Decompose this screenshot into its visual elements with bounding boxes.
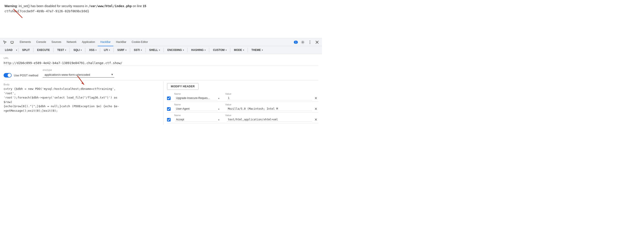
header-0-checkbox[interactable] [167,96,170,100]
header-2-value-input[interactable] [227,117,312,122]
hashing-caret: ▾ [204,49,206,51]
svg-marker-11 [82,82,84,85]
devtools-panel: Elements Console Sources Network Applica… [0,38,322,127]
header-row-0: Upgrade-Insecure-Reques... ✕ [167,96,318,102]
toolbar-shell-button[interactable]: SHELL ▾ [147,48,162,52]
header-row-1: User-Agent ✕ [167,107,318,113]
body-textarea[interactable]: c=try {$dbh = new PDO('mysql:host=localh… [4,87,159,113]
modify-header-button[interactable]: MODIFY HEADER [167,83,198,90]
hackbar-toolbar: LOAD ▾ SPLIT EXECUTE TEST ▾ SQLI ▾ XSS ▾… [0,46,322,54]
tab-sources[interactable]: Sources [49,38,64,46]
post-method-toggle[interactable] [4,73,12,77]
custom-caret: ▾ [226,49,226,51]
url-label: URL [4,57,318,59]
header-1-value-input[interactable] [227,107,312,111]
divider-5 [85,48,86,52]
header-2-checkbox[interactable] [167,118,170,122]
svg-rect-2 [11,41,14,43]
toolbar-split-button[interactable]: SPLIT [20,48,32,52]
post-toggle-container: Use POST method [4,73,38,77]
sqli-caret: ▾ [81,49,82,51]
header-0-name-select[interactable]: Upgrade-Insecure-Reques... [175,96,218,100]
warning-message: : ini_set() has been disabled for securi… [17,4,88,8]
header-1-checkbox[interactable] [167,107,170,111]
header-0-delete-button[interactable]: ✕ [313,96,318,100]
tab-application[interactable]: Application [79,38,98,46]
divider-10 [164,48,164,52]
header-2-delete-button[interactable]: ✕ [313,117,318,122]
svg-rect-3 [12,43,13,43]
svg-point-4 [302,41,304,43]
xss-caret: ▾ [96,49,96,51]
toolbar-lfi-button[interactable]: LFI ▾ [102,48,112,52]
page-content: Warning: ini_set() has been disabled for… [0,0,322,38]
header-1-name-wrapper: User-Agent [175,107,220,111]
toolbar-execute-button[interactable]: EXECUTE [35,48,52,52]
divider-14 [248,48,248,52]
header-row-2: Accept ✕ [167,117,318,123]
flag-text: ctfshow{7cecbe9f-4b9b-47a7-9126-02bf069b… [4,9,318,13]
devtools-close-icon[interactable] [314,39,320,45]
encoding-caret: ▾ [183,49,184,51]
header-name-col-label-3: Name [174,114,219,117]
hackbar-content: URL Use POST method enctype application/… [0,54,322,127]
toolbar-encoding-button[interactable]: ENCODING ▾ [165,48,186,52]
svg-point-7 [310,43,310,44]
divider-7 [113,48,114,52]
header-2-name-select[interactable]: Accept [175,117,218,122]
tab-cookie-editor[interactable]: Cookie-Editor [129,38,151,46]
divider-6 [100,48,100,52]
toolbar-theme-button[interactable]: THEME ▾ [249,48,265,52]
arrow-annotation [11,7,24,20]
tab-hackbar-active[interactable]: HackBar [98,38,113,46]
toolbar-hashing-button[interactable]: HASHING ▾ [189,48,208,52]
header-2-name-wrapper: Accept [175,117,220,122]
devtools-inspect-icon[interactable] [2,39,8,45]
tab-console[interactable]: Console [34,38,49,46]
toolbar-custom-button[interactable]: CUSTOM ▾ [211,48,229,52]
toolbar-test-button[interactable]: TEST ▾ [55,48,68,52]
theme-caret: ▾ [262,49,263,51]
tab-hackbar-2[interactable]: HackBar [113,38,129,46]
enctype-label: enctype [43,69,114,71]
body-section: Body c=try {$dbh = new PDO('mysql:host=l… [4,80,318,125]
toolbar-xss-button[interactable]: XSS ▾ [87,48,98,52]
header-value-col-label-2: Value [225,103,312,106]
warning-line: 15 [143,4,146,8]
devtools-settings-icon[interactable] [300,39,306,45]
header-name-col-label: Name [174,92,219,95]
header-0-value-input[interactable] [227,96,312,100]
toolbar-sqli-button[interactable]: SQLI ▾ [71,48,84,52]
shell-caret: ▾ [159,49,160,51]
tab-network[interactable]: Network [64,38,79,46]
load-caret[interactable]: ▾ [16,49,17,51]
post-row: Use POST method enctype application/x-ww… [4,69,318,77]
devtools-right-icons: 1 [294,39,320,45]
post-method-label: Use POST method [14,74,38,77]
divider-3 [54,48,54,52]
divider-12 [209,48,209,52]
warning-filepath: /var/www/html/index.php [88,4,132,8]
url-input[interactable] [4,60,318,66]
toolbar-ssti-button[interactable]: SSTI ▾ [132,48,144,52]
devtools-more-icon[interactable] [307,39,313,45]
toolbar-mode-button[interactable]: MODE ▾ [232,48,246,52]
toggle-knob [8,73,11,77]
header-value-col-label-3: Value [225,114,312,117]
headers-right: MODIFY HEADER Name Value Upgrade-Insecur… [163,81,318,125]
header-col-labels-2: Name Value [167,103,318,106]
divider-2 [33,48,34,52]
toolbar-load-button[interactable]: LOAD [3,48,15,52]
divider-9 [145,48,146,52]
header-1-delete-button[interactable]: ✕ [313,107,318,111]
header-1-name-select[interactable]: User-Agent [175,107,218,111]
test-caret: ▾ [65,49,66,51]
header-name-col-label-2: Name [174,103,219,106]
divider-4 [70,48,70,52]
tab-elements[interactable]: Elements [17,38,34,46]
devtools-device-icon[interactable] [9,39,15,45]
svg-point-5 [310,40,310,41]
devtools-icon-group [2,39,15,45]
notification-badge: 1 [294,41,298,44]
toolbar-ssrf-button[interactable]: SSRF ▾ [115,48,128,52]
